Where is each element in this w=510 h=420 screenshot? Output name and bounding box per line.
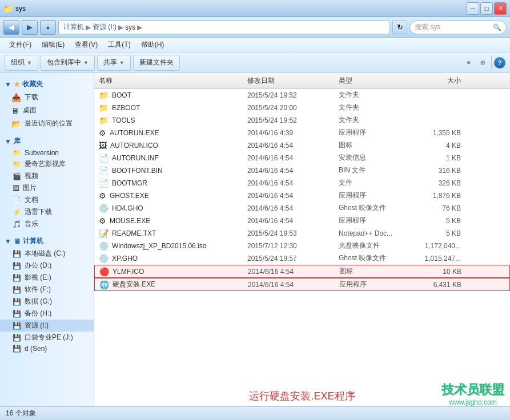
sidebar-item-subversion[interactable]: 📁 Subversion <box>0 148 94 158</box>
video-icon: 🎬 <box>13 172 21 180</box>
file-row[interactable]: 📁TOOLS2015/5/24 19:52文件夹 <box>94 114 510 127</box>
file-row[interactable]: 💿HD4.GHO2014/6/16 4:54Ghost 映像文件76 KB <box>94 202 510 215</box>
sidebar-item-download[interactable]: 📥 下载 <box>0 91 94 104</box>
file-row[interactable]: 💿Windowszj_XP_BD2015.06.iso2015/7/12 12:… <box>94 240 510 252</box>
sidebar-item-d[interactable]: 💾 办公 (D:) <box>0 260 94 272</box>
file-type-cell: Ghost 映像文件 <box>334 253 408 263</box>
file-name-cell: 📄BOOTFONT.BIN <box>94 166 243 175</box>
file-date-cell: 2015/7/12 12:30 <box>243 242 334 250</box>
sidebar-item-desktop[interactable]: 🖥 桌面 <box>0 104 94 117</box>
menu-edit[interactable]: 编辑(E) <box>37 39 69 51</box>
path-part-3: sys <box>125 23 135 31</box>
sidebar-item-thunder[interactable]: ⚡ 迅雷下载 <box>0 206 94 218</box>
file-date-cell: 2015/5/24 20:00 <box>243 104 334 112</box>
sidebar-item-j[interactable]: 💾 口袋专业PE (J:) <box>0 332 94 344</box>
up-button[interactable]: ▲ <box>40 20 56 35</box>
col-header-name[interactable]: 名称 <box>94 76 243 86</box>
sidebar-item-pictures[interactable]: 🖼 图片 <box>0 182 94 194</box>
sidebar-item-documents[interactable]: 📄 文档 <box>0 194 94 206</box>
titlebar-title: sys <box>15 5 26 13</box>
search-box[interactable]: 搜索 sys 🔍 <box>409 21 507 34</box>
share-arrow: ▼ <box>119 60 125 66</box>
file-date-cell: 2014/6/16 4:39 <box>243 129 334 137</box>
content-area: 名称 修改日期 类型 大小 📁BOOT2015/5/24 19:52文件夹📁EZ… <box>94 73 510 406</box>
minimize-button[interactable]: ─ <box>467 2 479 15</box>
iqiyi-icon: 📁 <box>13 160 21 168</box>
file-date-cell: 2014/6/16 4:54 <box>243 281 335 289</box>
menu-view[interactable]: 查看(V) <box>70 39 102 51</box>
download-icon: 📥 <box>11 93 21 102</box>
toolbar: 组织 ▼ 包含到库中 ▼ 共享 ▼ 新建文件夹 ≡ ⊞ ? <box>0 52 510 73</box>
help-button[interactable]: ? <box>494 57 505 68</box>
refresh-button[interactable]: ↻ <box>392 21 407 34</box>
view-list-button[interactable]: ≡ <box>463 56 475 69</box>
organize-button[interactable]: 组织 ▼ <box>5 55 38 71</box>
back-button[interactable]: ◀ <box>3 20 19 35</box>
sidebar-item-iqiyi[interactable]: 📁 爱奇艺影视库 <box>0 158 94 170</box>
file-type-icon: 🔴 <box>99 267 109 276</box>
col-header-date[interactable]: 修改日期 <box>243 76 334 86</box>
file-size-cell: 1 KB <box>408 154 465 162</box>
sidebar-library-header[interactable]: ▼ 库 <box>0 135 94 148</box>
forward-button[interactable]: ▶ <box>22 20 38 35</box>
drive-d-label: 办公 (D:) <box>25 261 51 270</box>
sidebar-item-video[interactable]: 🎬 视频 <box>0 170 94 182</box>
file-row[interactable]: ⚙AUTORUN.EXE2014/6/16 4:39应用程序1,355 KB <box>94 127 510 139</box>
file-row[interactable]: ⚙GHOST.EXE2014/6/16 4:54应用程序1,876 KB <box>94 189 510 202</box>
thunder-icon: ⚡ <box>13 208 21 216</box>
file-row[interactable]: ⚙MOUSE.EXE2014/6/16 4:54应用程序5 KB <box>94 215 510 227</box>
menu-tools[interactable]: 工具(T) <box>103 39 135 51</box>
library-label: 库 <box>14 136 21 146</box>
new-folder-button[interactable]: 新建文件夹 <box>133 55 180 71</box>
file-row[interactable]: 📄BOOTFONT.BIN2014/6/16 4:54BIN 文件316 KB <box>94 164 510 177</box>
file-name-cell: 📝README.TXT <box>94 229 243 238</box>
sidebar-item-g[interactable]: 💾 数据 (G:) <box>0 296 94 308</box>
drive-j-label: 口袋专业PE (J:) <box>25 333 73 342</box>
sidebar-item-f[interactable]: 💾 软件 (F:) <box>0 284 94 296</box>
sidebar-item-h[interactable]: 💾 备份 (H:) <box>0 308 94 320</box>
subversion-label: Subversion <box>25 149 59 157</box>
pictures-icon: 🖼 <box>13 184 19 192</box>
file-size-cell: 326 KB <box>408 179 465 187</box>
menu-file[interactable]: 文件(F) <box>5 39 36 51</box>
maximize-button[interactable]: □ <box>480 2 493 15</box>
close-button[interactable]: ✕ <box>494 2 507 15</box>
col-header-type[interactable]: 类型 <box>334 76 408 86</box>
file-row[interactable]: 💿XP.GHO2015/5/24 19:57Ghost 映像文件1,015,24… <box>94 252 510 265</box>
file-size-cell: 6,431 KB <box>409 281 466 289</box>
file-type-icon: ⚙ <box>99 191 106 200</box>
col-header-size[interactable]: 大小 <box>408 76 465 86</box>
file-row[interactable]: 📄AUTORUN.INF2014/6/16 4:54安装信息1 KB <box>94 152 510 164</box>
sidebar-item-i[interactable]: 💾 资源 (I:) <box>0 320 94 332</box>
file-size-cell: 1,172,040... <box>408 242 465 250</box>
file-name-cell: 📄BOOTMGR <box>94 179 243 188</box>
share-button[interactable]: 共享 ▼ <box>97 55 131 71</box>
view-grid-button[interactable]: ⊞ <box>476 56 489 69</box>
sidebar-computer-header[interactable]: ▼ 🖥 计算机 <box>0 235 94 248</box>
sidebar-favorites-header[interactable]: ▼ ★ 收藏夹 <box>0 78 94 91</box>
file-name-text: BOOTFONT.BIN <box>112 167 163 175</box>
sidebar-item-c[interactable]: 💾 本地磁盘 (C:) <box>0 248 94 260</box>
menubar: 文件(F) 编辑(E) 查看(V) 工具(T) 帮助(H) <box>0 38 510 52</box>
file-type-icon: 🖼 <box>99 141 107 150</box>
include-library-button[interactable]: 包含到库中 ▼ <box>41 55 95 71</box>
file-row[interactable]: 🔴YLMF.ICO2014/6/16 4:54图标10 KB <box>94 265 510 278</box>
file-name-text: GHOST.EXE <box>110 192 149 200</box>
sidebar-item-music[interactable]: 🎵 音乐 <box>0 218 94 230</box>
menu-help[interactable]: 帮助(H) <box>136 39 169 51</box>
file-row[interactable]: 📁EZBOOT2015/5/24 20:00文件夹 <box>94 102 510 114</box>
watermark-text: 运行硬盘安装.EXE程序 <box>249 389 355 403</box>
file-row[interactable]: 🖼AUTORUN.ICO2014/6/16 4:54图标4 KB <box>94 139 510 152</box>
sidebar-item-recent[interactable]: 📂 最近访问的位置 <box>0 117 94 130</box>
sidebar-item-d2[interactable]: 💾 d (Sen) <box>0 344 94 354</box>
file-row[interactable]: 🌐硬盘安装.EXE2014/6/16 4:54应用程序6,431 KB <box>94 278 510 291</box>
file-type-icon: 📄 <box>99 154 109 163</box>
file-row[interactable]: 📝README.TXT2015/5/24 19:53Notepad++ Doc.… <box>94 227 510 240</box>
drive-c-label: 本地磁盘 (C:) <box>25 249 65 259</box>
pictures-label: 图片 <box>23 183 37 193</box>
file-row[interactable]: 📄BOOTMGR2014/6/16 4:54文件326 KB <box>94 177 510 189</box>
file-row[interactable]: 📁BOOT2015/5/24 19:52文件夹 <box>94 89 510 102</box>
sidebar-item-e[interactable]: 💾 影视 (E:) <box>0 272 94 284</box>
file-size-cell: 5 KB <box>408 229 465 237</box>
address-path[interactable]: 计算机 ▶ 资源 (I:) ▶ sys ▶ <box>58 21 390 34</box>
